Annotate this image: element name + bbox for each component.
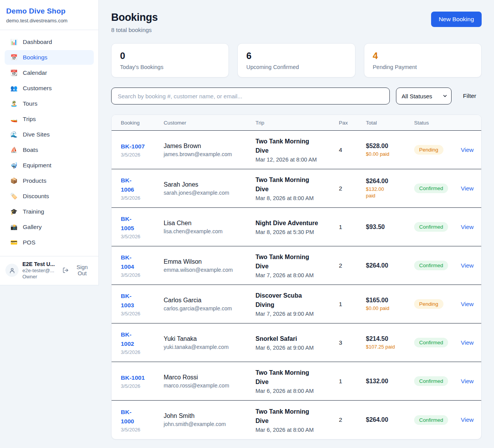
graduation-cap-icon: 🎓 (10, 208, 18, 215)
sidebar-item-trips[interactable]: 🚤 Trips (5, 112, 94, 126)
booking-cell: BK- 1004 3/5/2026 (121, 253, 164, 278)
customer-cell: Yuki Tanaka yuki.tanaka@example.com (164, 335, 255, 350)
trip-datetime: Mar 7, 2026 at 8:00 AM (255, 272, 335, 278)
trip-cell: Snorkel Safari Mar 6, 2026 at 9:00 AM (255, 334, 339, 351)
booking-id-link[interactable]: BK-1001 (121, 373, 145, 382)
brand: Demo Dive Shop demo.test.divestreams.com (0, 0, 98, 30)
sidebar-item-pos[interactable]: 💳 POS (5, 235, 94, 250)
sidebar-item-products[interactable]: 📦 Products (5, 173, 94, 188)
page-header: Bookings 8 total bookings New Booking (111, 12, 482, 33)
page-subtitle: 8 total bookings (111, 27, 158, 33)
view-link[interactable]: View (461, 301, 474, 307)
booking-id-link[interactable]: BK- 1000 (121, 408, 134, 426)
sidebar-item-discounts[interactable]: 🏷️ Discounts (5, 189, 94, 204)
booking-date: 3/5/2026 (121, 349, 160, 355)
status-badge: Confirmed (414, 222, 448, 232)
status-cell: Pending (414, 299, 461, 309)
status-badge: Confirmed (414, 184, 448, 193)
total-cell: $264.00 (366, 262, 414, 269)
trip-cell: Night Dive Adventure Mar 8, 2026 at 5:30… (255, 219, 339, 235)
view-link[interactable]: View (461, 416, 474, 423)
actions-cell: View (461, 416, 477, 423)
status-cell: Confirmed (414, 338, 461, 347)
table-row: BK- 1006 3/5/2026 Sarah Jones sarah.jone… (112, 169, 481, 208)
total-value: $214.50 (366, 335, 410, 342)
booking-id-link[interactable]: BK- 1003 (121, 291, 134, 310)
column-header-total: Total (366, 120, 414, 126)
booking-id-link[interactable]: BK- 1004 (121, 253, 134, 271)
booking-id-link[interactable]: BK-1007 (121, 142, 145, 151)
status-select[interactable]: All Statuses (396, 88, 452, 104)
status-cell: Confirmed (414, 184, 461, 193)
people-icon: 👥 (10, 85, 18, 92)
customer-name: Marco Rossi (164, 374, 252, 381)
status-select-wrap: All Statuses (396, 88, 452, 104)
sidebar-item-label: Dive Sites (23, 131, 50, 138)
booking-id-link[interactable]: BK- 1002 (121, 330, 134, 349)
trip-name: Two Tank Morning Dive (255, 175, 335, 194)
view-link[interactable]: View (461, 339, 474, 346)
user-meta: E2E Test U... e2e-tester@... Owner (22, 261, 63, 280)
table-row: BK- 1005 3/5/2026 Lisa Chen lisa.chen@ex… (112, 208, 481, 246)
customer-name: John Smith (164, 413, 252, 419)
stat-card: 4 Pending Payment (364, 43, 482, 77)
trip-cell: Two Tank Morning Dive Mar 6, 2026 at 8:0… (255, 368, 339, 394)
view-link[interactable]: View (461, 262, 474, 269)
sidebar-item-customers[interactable]: 👥 Customers (5, 81, 94, 96)
sidebar: Demo Dive Shop demo.test.divestreams.com… (0, 0, 99, 285)
view-link[interactable]: View (461, 378, 474, 384)
stat-value: 6 (246, 51, 346, 61)
sidebar-item-calendar[interactable]: 📆 Calendar (5, 66, 94, 80)
sidebar-item-dashboard[interactable]: 📊 Dashboard (5, 35, 94, 49)
logout-icon (63, 267, 69, 273)
view-link[interactable]: View (461, 147, 474, 153)
customer-cell: Lisa Chen lisa.chen@example.com (164, 220, 255, 234)
sidebar-item-gallery[interactable]: 📸 Gallery (5, 220, 94, 234)
actions-cell: View (461, 378, 477, 385)
sidebar-item-boats[interactable]: ⛵ Boats (5, 143, 94, 157)
sign-out-button[interactable]: Sign Out (63, 264, 93, 276)
total-value: $165.00 (366, 297, 410, 304)
sidebar-item-equipment[interactable]: 🤿 Equipment (5, 158, 94, 173)
booking-date: 3/5/2026 (121, 234, 160, 239)
trip-cell: Discover Scuba Diving Mar 7, 2026 at 9:0… (255, 291, 339, 317)
customer-email: james.brown@example.com (164, 151, 252, 157)
customer-name: Carlos Garcia (164, 297, 252, 304)
actions-cell: View (461, 301, 477, 308)
sidebar-item-training[interactable]: 🎓 Training (5, 204, 94, 219)
status-badge: Pending (414, 299, 443, 309)
status-cell: Pending (414, 145, 461, 155)
trip-name: Discover Scuba Diving (255, 291, 335, 310)
trip-datetime: Mar 6, 2026 at 8:00 AM (255, 388, 335, 394)
status-badge: Confirmed (414, 338, 448, 347)
booking-date: 3/5/2026 (121, 272, 160, 278)
booking-cell: BK- 1006 3/5/2026 (121, 176, 164, 201)
search-input[interactable] (111, 88, 390, 104)
filter-button[interactable]: Filter (463, 93, 476, 99)
table-row: BK- 1000 3/5/2026 John Smith john.smith@… (112, 401, 481, 439)
booking-date: 3/5/2026 (121, 311, 160, 317)
sign-out-label: Sign Out (71, 264, 93, 276)
pax-value: 1 (339, 224, 366, 231)
bar-chart-icon: 📊 (10, 39, 18, 45)
new-booking-button[interactable]: New Booking (431, 12, 482, 27)
booking-date: 3/5/2026 (121, 152, 160, 158)
page-header-text: Bookings 8 total bookings (111, 12, 158, 33)
booking-id-link[interactable]: BK- 1006 (121, 176, 134, 194)
sidebar-item-dive-sites[interactable]: 🌊 Dive Sites (5, 127, 94, 142)
view-link[interactable]: View (461, 224, 474, 230)
stat-label: Pending Payment (373, 64, 473, 70)
booking-cell: BK-1001 3/5/2026 (121, 373, 164, 389)
customer-name: Emma Wilson (164, 258, 252, 265)
total-cell: $264.00 (366, 416, 414, 423)
page-title: Bookings (111, 12, 158, 24)
booking-id-link[interactable]: BK- 1005 (121, 214, 134, 233)
status-cell: Confirmed (414, 222, 461, 232)
trip-datetime: Mar 8, 2026 at 5:30 PM (255, 229, 335, 235)
brand-domain: demo.test.divestreams.com (6, 18, 92, 24)
sidebar-item-bookings[interactable]: 📅 Bookings (5, 50, 94, 65)
view-link[interactable]: View (461, 185, 474, 192)
calendar-icon: 📅 (10, 54, 18, 61)
sidebar-item-tours[interactable]: 🏝️ Tours (5, 96, 94, 111)
customer-email: emma.wilson@example.com (164, 267, 252, 273)
